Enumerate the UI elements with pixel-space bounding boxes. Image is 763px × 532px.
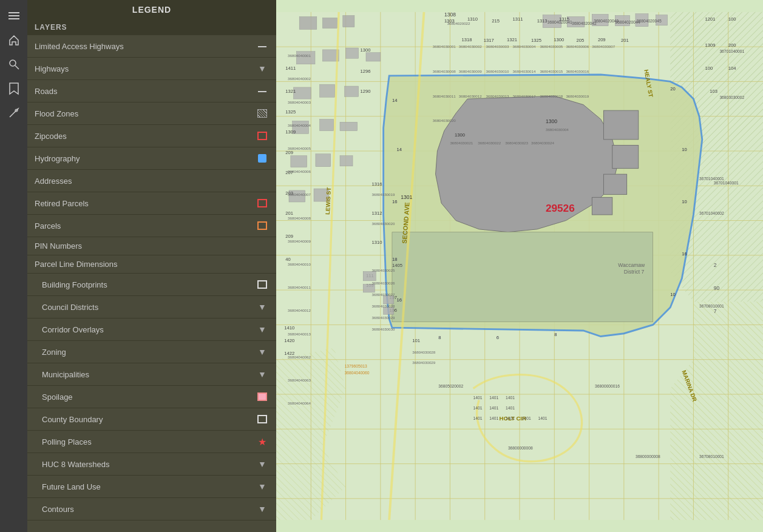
bookmark-icon[interactable] bbox=[3, 78, 25, 99]
svg-text:36804040006: 36804040006 bbox=[288, 169, 311, 173]
svg-text:LEWIS ST: LEWIS ST bbox=[324, 187, 332, 215]
svg-text:36804030029: 36804030029 bbox=[412, 360, 435, 365]
svg-point-3 bbox=[10, 60, 16, 66]
svg-text:209: 209 bbox=[285, 234, 293, 239]
chevron-down-icon: ▼ bbox=[256, 62, 269, 75]
layer-municipalities[interactable]: Municipalities ▼ bbox=[27, 363, 276, 386]
svg-text:10: 10 bbox=[682, 147, 687, 152]
svg-text:36701040002: 36701040002 bbox=[699, 211, 724, 215]
svg-text:36804030019: 36804030019 bbox=[372, 192, 395, 197]
svg-text:36701040001: 36701040001 bbox=[699, 177, 724, 181]
layer-spoilage[interactable]: Spoilage bbox=[27, 386, 276, 408]
svg-text:1325: 1325 bbox=[285, 109, 296, 115]
layer-contours[interactable]: Contours ▼ bbox=[27, 498, 276, 520]
svg-rect-45 bbox=[343, 16, 354, 27]
svg-text:36804030015: 36804030015 bbox=[540, 69, 563, 73]
layer-parcel-line-dimensions[interactable]: Parcel Line Dimensions bbox=[27, 255, 276, 274]
layer-zoning[interactable]: Zoning ▼ bbox=[27, 341, 276, 363]
svg-text:1411: 1411 bbox=[285, 66, 296, 71]
chevron-down-icon-zoning: ▼ bbox=[256, 345, 269, 359]
svg-rect-186 bbox=[384, 308, 394, 314]
svg-text:36805020002: 36805020002 bbox=[438, 384, 463, 388]
svg-text:7: 7 bbox=[714, 308, 717, 314]
rect-red-icon-retired bbox=[256, 197, 269, 210]
svg-text:36804040005: 36804040005 bbox=[288, 146, 311, 150]
layer-flood-zones[interactable]: Flood Zones bbox=[27, 103, 276, 125]
svg-text:36804030010: 36804030010 bbox=[486, 69, 509, 73]
svg-text:1401: 1401 bbox=[506, 406, 515, 410]
svg-text:209: 209 bbox=[598, 37, 606, 42]
map-view[interactable]: 29526 SECOND AVE LEWIS ST HEALY ST HOLT … bbox=[276, 0, 763, 532]
svg-rect-70 bbox=[612, 145, 639, 168]
blue-rect-icon bbox=[256, 152, 269, 165]
svg-text:36804030026: 36804030026 bbox=[372, 281, 395, 285]
svg-text:36804020022: 36804020022 bbox=[447, 21, 470, 25]
svg-text:16: 16 bbox=[392, 199, 397, 204]
layer-roads[interactable]: Roads bbox=[27, 80, 276, 103]
layer-council-districts[interactable]: Council Districts ▼ bbox=[27, 296, 276, 318]
svg-text:36800000016: 36800000016 bbox=[595, 384, 620, 388]
svg-rect-71 bbox=[603, 174, 626, 194]
svg-text:1401: 1401 bbox=[506, 396, 515, 400]
svg-text:1401: 1401 bbox=[473, 396, 483, 400]
svg-rect-43 bbox=[299, 16, 317, 29]
svg-text:36804030024: 36804030024 bbox=[531, 141, 554, 145]
svg-text:36804030021: 36804030021 bbox=[450, 141, 473, 145]
layer-addresses[interactable]: Addresses bbox=[27, 170, 276, 192]
svg-rect-44 bbox=[322, 18, 337, 28]
search-icon[interactable] bbox=[3, 53, 25, 75]
svg-text:36804030005: 36804030005 bbox=[540, 44, 563, 49]
layers-panel: LEGEND LAYERS Limited Access Highways Hi… bbox=[27, 0, 276, 532]
layer-building-footprints[interactable]: Building Footprints bbox=[27, 274, 276, 296]
layer-pin-numbers[interactable]: PIN Numbers bbox=[27, 237, 276, 255]
svg-text:36804030027: 36804030027 bbox=[372, 292, 395, 297]
layer-corridor-overlays[interactable]: Corridor Overlays ▼ bbox=[27, 318, 276, 341]
svg-text:36804040009: 36804040009 bbox=[288, 239, 311, 243]
tools-icon[interactable] bbox=[3, 102, 25, 124]
svg-rect-1 bbox=[8, 15, 19, 16]
svg-text:1300: 1300 bbox=[455, 132, 465, 138]
svg-text:1318: 1318 bbox=[462, 37, 472, 42]
svg-text:36804040007: 36804040007 bbox=[288, 192, 311, 197]
layer-zipcodes[interactable]: Zipcodes bbox=[27, 125, 276, 147]
svg-text:100: 100 bbox=[705, 66, 713, 71]
chevron-down-icon-corridor: ▼ bbox=[256, 323, 269, 336]
svg-text:1321: 1321 bbox=[507, 37, 517, 42]
layer-limited-access-highways[interactable]: Limited Access Highways bbox=[27, 35, 276, 58]
home-icon[interactable] bbox=[3, 29, 25, 51]
hatch-icon bbox=[256, 107, 269, 120]
layers-icon[interactable] bbox=[3, 5, 25, 27]
layer-parcels[interactable]: Parcels bbox=[27, 215, 276, 237]
chevron-down-icon-huc8: ▼ bbox=[256, 457, 269, 471]
svg-text:1296: 1296 bbox=[360, 69, 370, 74]
rect-white-icon bbox=[256, 278, 269, 291]
svg-text:200: 200 bbox=[728, 42, 736, 48]
svg-text:1300: 1300 bbox=[554, 37, 564, 42]
layer-huc8-watersheds[interactable]: HUC 8 Watersheds ▼ bbox=[27, 453, 276, 476]
svg-text:215: 215 bbox=[492, 18, 500, 24]
svg-rect-58 bbox=[340, 156, 353, 166]
svg-text:36804040004: 36804040004 bbox=[288, 123, 311, 127]
svg-rect-72 bbox=[592, 197, 612, 215]
layer-hydrography[interactable]: Hydrography bbox=[27, 147, 276, 170]
layer-polling-places[interactable]: Polling Places ★ bbox=[27, 431, 276, 453]
svg-text:36804030017: 36804030017 bbox=[513, 94, 536, 98]
svg-text:29526: 29526 bbox=[546, 202, 575, 214]
svg-rect-183 bbox=[363, 272, 376, 281]
layer-future-land-use[interactable]: Future Land Use ▼ bbox=[27, 476, 276, 498]
star-red-icon: ★ bbox=[256, 435, 269, 448]
svg-rect-50 bbox=[294, 87, 311, 99]
svg-text:14: 14 bbox=[392, 98, 398, 103]
svg-text:36804040010: 36804040010 bbox=[288, 262, 311, 266]
layer-retired-parcels[interactable]: Retired Parcels bbox=[27, 192, 276, 215]
svg-rect-49 bbox=[366, 53, 381, 61]
layer-county-boundary[interactable]: County Boundary bbox=[27, 408, 276, 431]
layer-highways[interactable]: Highways ▼ bbox=[27, 58, 276, 80]
svg-text:201: 201 bbox=[621, 38, 629, 43]
svg-text:1401: 1401 bbox=[522, 416, 531, 420]
svg-text:36804030019: 36804030019 bbox=[566, 94, 589, 98]
minus-icon-roads bbox=[256, 84, 269, 98]
svg-text:1401: 1401 bbox=[489, 416, 498, 420]
layers-subheader: LAYERS bbox=[27, 19, 276, 35]
svg-text:1315: 1315 bbox=[559, 16, 569, 22]
